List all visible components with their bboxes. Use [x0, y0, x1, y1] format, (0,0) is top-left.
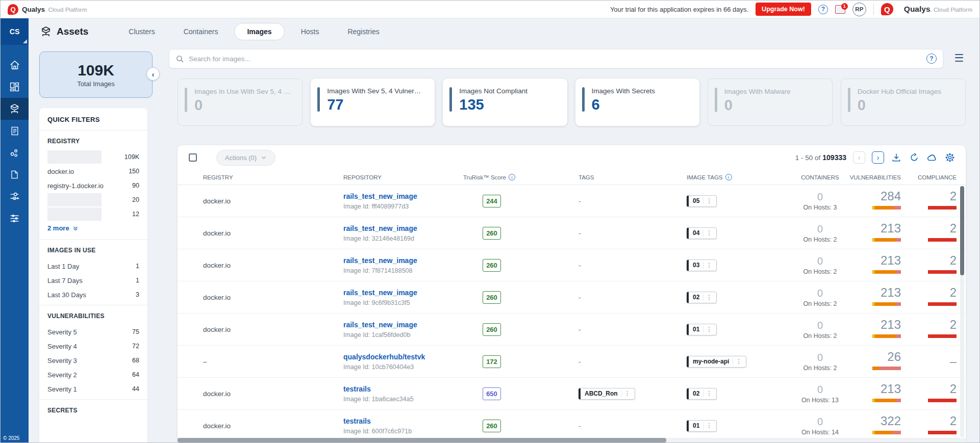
filter-item[interactable]: 109K [47, 150, 139, 164]
repository-link[interactable]: rails_test_new_image [343, 321, 463, 329]
image-tag-chip[interactable]: my-node-api⋮ [687, 356, 746, 368]
stat-card-2[interactable]: Images Not Compliant135 [443, 79, 567, 126]
stat-card-0[interactable]: Images In Use With Sev 5, 4 …0 [178, 79, 303, 126]
image-tag-chip[interactable]: 01⋮ [687, 420, 717, 432]
stat-card-1[interactable]: Images With Sev 5, 4 Vulner…77 [311, 79, 435, 126]
tab-containers[interactable]: Containers [171, 23, 231, 40]
vulnerabilities-count[interactable]: 213 [849, 286, 901, 299]
image-tag-chip[interactable]: 04⋮ [687, 227, 717, 239]
kebab-menu-icon[interactable]: ⋮ [703, 422, 715, 429]
sidebar-item-home[interactable] [1, 54, 29, 76]
image-tag-chip[interactable]: 01⋮ [687, 324, 717, 335]
column-header-repo[interactable]: REPOSITORY [343, 174, 463, 180]
refresh-icon[interactable] [909, 152, 920, 163]
tab-clusters[interactable]: Clusters [116, 23, 167, 40]
table-row[interactable]: docker.iorails_test_new_imageImage Id: 3… [178, 217, 966, 249]
table-horizontal-scrollbar[interactable] [178, 438, 966, 442]
vulnerabilities-count[interactable]: 213 [849, 222, 901, 234]
table-vertical-scrollbar[interactable] [960, 186, 964, 437]
filter-item[interactable]: 12 [47, 207, 139, 221]
filter-item[interactable]: Last 1 Day1 [47, 259, 139, 273]
image-tag-chip[interactable]: 05⋮ [687, 195, 717, 207]
search-help-icon[interactable]: ? [926, 54, 937, 64]
notifications-icon[interactable]: 1 [835, 5, 845, 14]
settings-gear-icon[interactable] [944, 152, 956, 163]
table-row[interactable]: docker.iotestrailsImage Id: 600f7c6c971b… [178, 410, 966, 442]
search-input[interactable] [189, 55, 926, 63]
vulnerabilities-count[interactable]: 213 [849, 319, 901, 331]
repository-link[interactable]: qualysdockerhub/testvk [343, 353, 463, 361]
sidebar-item-reports[interactable] [1, 120, 29, 142]
sidebar-item-dashboard[interactable] [1, 76, 29, 98]
info-icon[interactable]: i [509, 174, 515, 180]
kebab-menu-icon[interactable]: ⋮ [703, 294, 715, 301]
tab-hosts[interactable]: Hosts [289, 23, 332, 40]
compliance-count[interactable]: 2 [913, 415, 957, 427]
filter-item[interactable]: registry-1.docker.io90 [47, 178, 139, 193]
info-icon[interactable]: i [725, 174, 732, 180]
kebab-menu-icon[interactable]: ⋮ [703, 390, 715, 397]
stat-card-4[interactable]: Images With Malware0 [708, 79, 833, 126]
column-header-comp[interactable]: COMPLIANCE [913, 174, 966, 180]
vulnerabilities-count[interactable]: 284 [849, 190, 901, 202]
actions-dropdown[interactable]: Actions (0) [216, 150, 275, 166]
sidebar-item-configurations[interactable] [1, 207, 29, 229]
collapse-panel-button[interactable]: ‹ [146, 67, 160, 81]
app-switcher-badge[interactable]: CS [1, 18, 29, 45]
vulnerabilities-count[interactable]: 213 [849, 254, 901, 267]
select-all-checkbox[interactable] [189, 153, 197, 162]
user-avatar[interactable]: RP [852, 3, 866, 16]
compliance-count[interactable]: 2 [913, 222, 957, 234]
page-prev-button[interactable]: ‹ [853, 151, 865, 164]
table-row[interactable]: docker.iorails_test_new_imageImage Id: 9… [178, 281, 966, 314]
upgrade-now-button[interactable]: Upgrade Now! [756, 3, 811, 16]
page-next-button[interactable]: › [872, 151, 884, 164]
compliance-count[interactable]: 2 [913, 254, 957, 267]
stat-card-5[interactable]: Docker Hub Official Images0 [841, 79, 966, 126]
tab-registries[interactable]: Registries [335, 23, 391, 40]
compliance-count[interactable]: 2 [913, 383, 957, 395]
show-more-link[interactable]: 2 more [47, 224, 139, 232]
table-row[interactable]: docker.iotestrailsImage Id: 1ba6caec34a5… [178, 378, 966, 410]
sidebar-item-assets[interactable] [1, 98, 29, 120]
image-tag-chip[interactable]: 02⋮ [687, 388, 717, 400]
compliance-count[interactable]: 2 [913, 286, 957, 299]
table-row[interactable]: –qualysdockerhub/testvkImage Id: 10cb760… [178, 346, 966, 378]
vulnerabilities-count[interactable]: 213 [849, 383, 901, 395]
filter-item[interactable]: docker.io150 [47, 164, 139, 178]
repository-link[interactable]: rails_test_new_image [343, 256, 463, 265]
help-icon[interactable]: ? [818, 5, 828, 14]
column-header-vulns[interactable]: VULNERABILITIES [849, 174, 913, 180]
image-tag-chip[interactable]: 03⋮ [687, 259, 717, 271]
filter-item[interactable]: Severity 472 [47, 339, 139, 353]
sidebar-item-pipeline[interactable] [1, 186, 29, 207]
filter-item[interactable]: Last 30 Days3 [47, 288, 139, 302]
filter-item[interactable]: 20 [47, 193, 139, 207]
column-header-score[interactable]: TruRisk™ Scorei [463, 174, 579, 180]
image-tag-chip[interactable]: 02⋮ [687, 292, 717, 303]
vulnerabilities-count[interactable]: 322 [849, 415, 901, 427]
tag-chip[interactable]: ABCD_Ron⋮ [579, 388, 635, 400]
repository-link[interactable]: rails_test_new_image [343, 192, 463, 200]
tab-images[interactable]: Images [234, 23, 284, 40]
kebab-menu-icon[interactable]: ⋮ [703, 262, 715, 269]
compliance-count[interactable]: 2 [913, 190, 957, 202]
repository-link[interactable]: rails_test_new_image [343, 224, 463, 232]
table-row[interactable]: docker.iorails_test_new_imageImage Id: 7… [178, 249, 966, 281]
column-header-imgtags[interactable]: IMAGE TAGSi [687, 174, 791, 180]
column-header-tags[interactable]: TAGS [579, 174, 687, 180]
kebab-menu-icon[interactable]: ⋮ [703, 326, 715, 333]
hamburger-menu-icon[interactable]: ☰ [952, 52, 966, 65]
kebab-menu-icon[interactable]: ⋮ [621, 390, 633, 397]
repository-link[interactable]: rails_test_new_image [343, 289, 463, 297]
filter-item[interactable]: Severity 368 [47, 353, 139, 368]
table-row[interactable]: docker.iorails_test_new_imageImage Id: 1… [178, 314, 966, 346]
column-header-registry[interactable]: REGISTRY [203, 174, 343, 180]
repository-link[interactable]: testrails [343, 385, 463, 393]
cloud-icon[interactable] [926, 152, 938, 163]
sidebar-item-documents[interactable] [1, 164, 29, 186]
vulnerabilities-count[interactable]: 26 [849, 351, 901, 363]
column-header-containers[interactable]: CONTAINERS [791, 174, 849, 180]
stat-card-3[interactable]: Images With Secrets6 [575, 79, 699, 126]
download-icon[interactable] [891, 152, 902, 163]
